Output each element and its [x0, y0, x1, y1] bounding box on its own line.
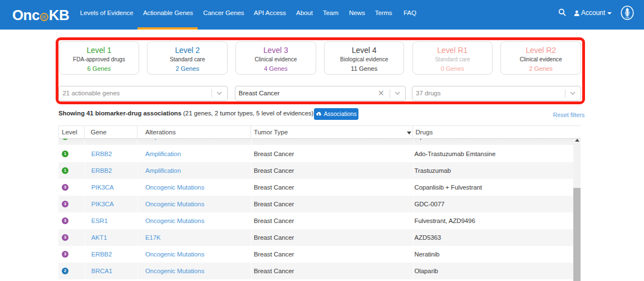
svg-text:1884: 1884 [626, 17, 630, 19]
